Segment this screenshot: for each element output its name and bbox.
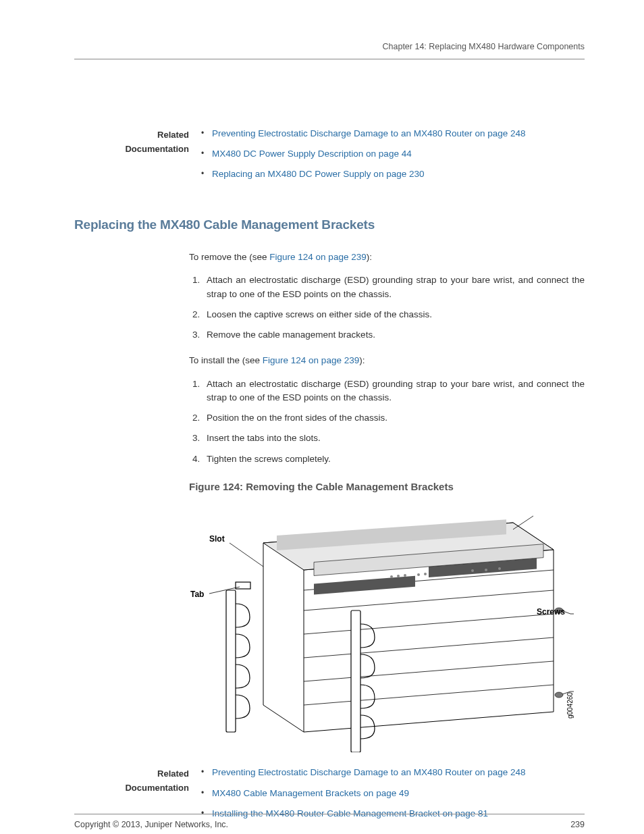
link-cable-brackets[interactable]: MX480 Cable Management Brackets on page … (212, 788, 409, 798)
related-link-item: Replacing an MX480 DC Power Supply on pa… (201, 167, 585, 181)
svg-point-19 (471, 569, 474, 572)
svg-point-20 (485, 569, 487, 571)
install-step: Insert the tabs into the slots. (203, 432, 585, 445)
related-label: Related Documentation (74, 127, 201, 157)
figure-diagram: Slot Tab Screws g004260 (189, 502, 574, 752)
svg-point-21 (498, 567, 501, 570)
remove-step: Attach an electrostatic discharge (ESD) … (203, 273, 585, 301)
svg-point-16 (404, 574, 406, 577)
related-links-list: Preventing Electrostatic Discharge Damag… (201, 766, 585, 820)
remove-step: Loosen the captive screws on either side… (203, 308, 585, 321)
section-body: To remove the (see Figure 124 on page 23… (189, 251, 585, 752)
page-header: Chapter 14: Replacing MX480 Hardware Com… (74, 41, 585, 59)
svg-point-15 (397, 575, 400, 577)
copyright-text: Copyright © 2013, Juniper Networks, Inc. (74, 818, 228, 831)
related-label: Related Documentation (74, 766, 201, 796)
chassis-illustration (189, 502, 574, 752)
link-dc-power-desc[interactable]: MX480 DC Power Supply Description on pag… (212, 149, 412, 159)
install-step: Tighten the screws completely. (203, 452, 585, 466)
figure-label-slot: Slot (209, 533, 225, 545)
related-link-item: Preventing Electrostatic Discharge Damag… (201, 766, 585, 779)
figure-id: g004260 (565, 692, 575, 719)
install-intro: To install the (see Figure 124 on page 2… (189, 354, 585, 367)
remove-steps-list: Attach an electrostatic discharge (ESD) … (189, 273, 585, 342)
page-footer: Copyright © 2013, Juniper Networks, Inc.… (74, 814, 585, 831)
remove-intro: To remove the (see Figure 124 on page 23… (189, 251, 585, 264)
svg-point-18 (424, 573, 427, 575)
page-number: 239 (570, 818, 585, 831)
link-esd-damage[interactable]: Preventing Electrostatic Discharge Damag… (212, 128, 526, 138)
svg-line-27 (513, 516, 533, 529)
install-steps-list: Attach an electrostatic discharge (ESD) … (189, 377, 585, 466)
related-link-item: Preventing Electrostatic Discharge Damag… (201, 127, 585, 140)
figure-caption: Figure 124: Removing the Cable Managemen… (189, 479, 585, 495)
link-replace-dc-power[interactable]: Replacing an MX480 DC Power Supply on pa… (212, 169, 424, 179)
install-step: Attach an electrostatic discharge (ESD) … (203, 377, 585, 405)
svg-point-17 (417, 573, 420, 576)
install-step: Position the on the front sides of the c… (203, 411, 585, 425)
figure-label-screws: Screws (537, 606, 565, 618)
link-figure-ref-1[interactable]: Figure 124 on page 239 (269, 252, 366, 262)
section-title: Replacing the MX480 Cable Management Bra… (74, 215, 585, 235)
figure-label-tab: Tab (190, 588, 204, 600)
svg-point-31 (555, 692, 563, 698)
document-page: Chapter 14: Replacing MX480 Hardware Com… (0, 0, 644, 834)
link-esd-damage-2[interactable]: Preventing Electrostatic Discharge Damag… (212, 767, 526, 777)
related-link-item: MX480 DC Power Supply Description on pag… (201, 147, 585, 161)
svg-point-14 (390, 575, 393, 578)
related-link-item: MX480 Cable Management Brackets on page … (201, 787, 585, 800)
svg-rect-24 (351, 610, 360, 752)
related-documentation-top: Related Documentation Preventing Electro… (74, 127, 585, 188)
svg-rect-23 (236, 582, 250, 589)
related-links-list: Preventing Electrostatic Discharge Damag… (201, 127, 585, 182)
svg-rect-22 (226, 590, 236, 732)
link-figure-ref-2[interactable]: Figure 124 on page 239 (263, 355, 359, 365)
svg-line-25 (230, 543, 263, 567)
remove-step: Remove the cable management brackets. (203, 328, 585, 342)
chapter-label: Chapter 14: Replacing MX480 Hardware Com… (383, 42, 585, 51)
